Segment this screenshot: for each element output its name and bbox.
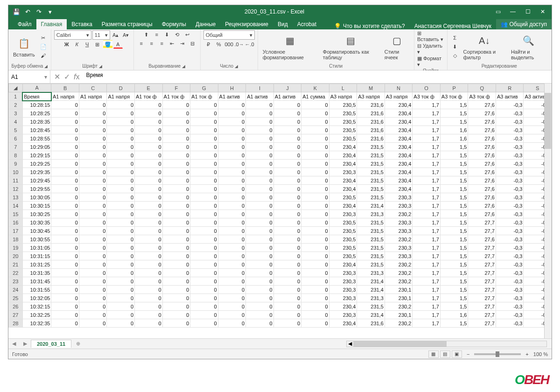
- cell[interactable]: 0: [135, 218, 163, 227]
- cell[interactable]: 0: [190, 160, 218, 168]
- cell[interactable]: -0,3: [496, 227, 524, 235]
- cell[interactable]: 0: [218, 302, 246, 311]
- cell[interactable]: 0: [79, 319, 107, 328]
- cell[interactable]: 1,7: [413, 126, 441, 134]
- cell[interactable]: 27,6: [468, 151, 496, 160]
- cell[interactable]: Время: [22, 92, 51, 101]
- cell[interactable]: A3 напря: [357, 92, 385, 101]
- cell[interactable]: 0: [218, 160, 246, 168]
- cell[interactable]: 10:31:35: [22, 269, 51, 277]
- cell[interactable]: 0: [162, 252, 190, 260]
- cell[interactable]: 0: [190, 286, 218, 294]
- cell[interactable]: 0: [79, 185, 107, 193]
- cell[interactable]: 0: [51, 160, 79, 168]
- cell[interactable]: 230,4: [329, 319, 357, 328]
- enter-formula-icon[interactable]: ✓: [64, 72, 70, 81]
- cell[interactable]: 0: [301, 277, 329, 286]
- cell[interactable]: 0: [135, 134, 163, 143]
- cell[interactable]: 0: [273, 235, 301, 244]
- cell[interactable]: 0: [79, 202, 107, 210]
- cell[interactable]: 0: [218, 193, 246, 202]
- cell[interactable]: 0: [79, 151, 107, 160]
- cell[interactable]: A1 напря: [107, 92, 135, 101]
- cell[interactable]: 0: [246, 176, 274, 185]
- col-header-Q[interactable]: Q: [468, 84, 496, 92]
- cell[interactable]: 0: [51, 252, 79, 260]
- cell[interactable]: 0: [162, 302, 190, 311]
- cell[interactable]: 27,7: [468, 244, 496, 252]
- cell[interactable]: 0: [135, 286, 163, 294]
- cell[interactable]: 1,5: [440, 269, 468, 277]
- cell[interactable]: 0: [246, 185, 274, 193]
- cell[interactable]: 231,5: [357, 235, 385, 244]
- cell[interactable]: 0: [190, 244, 218, 252]
- cell[interactable]: 0: [107, 277, 135, 286]
- cell[interactable]: 0: [246, 193, 274, 202]
- cell[interactable]: 231,5: [357, 302, 385, 311]
- underline-button[interactable]: Ч: [83, 40, 92, 49]
- cell[interactable]: 10:32:15: [22, 302, 51, 311]
- cell[interactable]: 1,7: [413, 101, 441, 109]
- maximize-icon[interactable]: ☐: [521, 7, 535, 16]
- cell[interactable]: 1,5: [440, 235, 468, 244]
- cell[interactable]: 0: [51, 260, 79, 269]
- cell[interactable]: A3 ток ф: [468, 92, 496, 101]
- tab-формулы[interactable]: Формулы: [157, 19, 191, 29]
- cell[interactable]: 0: [51, 185, 79, 193]
- cell[interactable]: 231,6: [357, 118, 385, 126]
- cell[interactable]: 0: [79, 302, 107, 311]
- cell[interactable]: 0: [218, 269, 246, 277]
- cell[interactable]: 0: [135, 311, 163, 319]
- cell[interactable]: 1,7: [413, 160, 441, 168]
- tab-acrobat[interactable]: Acrobat: [293, 19, 321, 29]
- cell[interactable]: -0,3: [496, 143, 524, 151]
- cell[interactable]: 1,7: [413, 294, 441, 302]
- minimize-icon[interactable]: —: [506, 7, 520, 16]
- cell[interactable]: 0: [218, 126, 246, 134]
- cell[interactable]: 0: [79, 109, 107, 118]
- cell[interactable]: 0: [162, 210, 190, 218]
- cell[interactable]: 1,5: [440, 160, 468, 168]
- cell[interactable]: 0: [79, 218, 107, 227]
- cell[interactable]: 0: [162, 227, 190, 235]
- cell[interactable]: 0: [218, 176, 246, 185]
- cell[interactable]: 0: [51, 269, 79, 277]
- cell[interactable]: 230,4: [329, 185, 357, 193]
- cell[interactable]: 231,5: [357, 244, 385, 252]
- cell[interactable]: 0: [51, 151, 79, 160]
- row-header-27[interactable]: 27: [9, 311, 23, 319]
- cell[interactable]: 0: [135, 126, 163, 134]
- cell[interactable]: 0: [190, 185, 218, 193]
- cell[interactable]: 0: [107, 252, 135, 260]
- cell[interactable]: 0: [107, 260, 135, 269]
- cell[interactable]: 0: [51, 143, 79, 151]
- cell[interactable]: 1,5: [440, 227, 468, 235]
- cell[interactable]: 0: [79, 277, 107, 286]
- cell[interactable]: 0: [190, 269, 218, 277]
- row-header-3[interactable]: 3: [9, 109, 23, 118]
- sheet-tab[interactable]: 2020_03_11: [31, 340, 71, 348]
- cell[interactable]: 0: [301, 286, 329, 294]
- cell[interactable]: 1,5: [440, 118, 468, 126]
- cell[interactable]: 1,7: [413, 244, 441, 252]
- cell[interactable]: 230,2: [385, 260, 413, 269]
- cell[interactable]: 27,6: [468, 126, 496, 134]
- sheet-nav-next-icon[interactable]: ▶: [20, 341, 31, 347]
- cell[interactable]: 0: [301, 118, 329, 126]
- cell[interactable]: 0: [218, 210, 246, 218]
- cell[interactable]: 0: [218, 286, 246, 294]
- cell[interactable]: 0: [246, 319, 274, 328]
- cell[interactable]: 10:29:35: [22, 168, 51, 176]
- cell[interactable]: 230,5: [329, 227, 357, 235]
- cell[interactable]: 1,7: [413, 202, 441, 210]
- cell[interactable]: 0: [218, 151, 246, 160]
- cell[interactable]: 0: [107, 143, 135, 151]
- cell[interactable]: A1 ток ф: [135, 92, 163, 101]
- row-header-16[interactable]: 16: [9, 218, 23, 227]
- cell[interactable]: 231,3: [357, 269, 385, 277]
- cell[interactable]: 230,4: [329, 202, 357, 210]
- cell[interactable]: 0: [79, 260, 107, 269]
- row-header-2[interactable]: 2: [9, 101, 23, 109]
- name-box[interactable]: A1▾: [8, 70, 50, 83]
- cell[interactable]: 0: [162, 277, 190, 286]
